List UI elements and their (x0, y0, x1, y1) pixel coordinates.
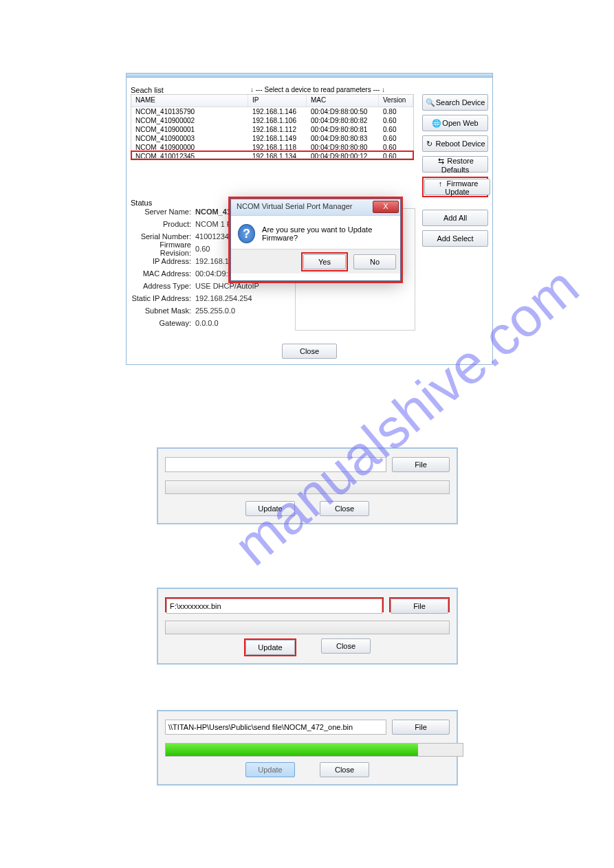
firmware-update-button[interactable]: ↑ Firmware Update (424, 179, 490, 195)
file-path-input[interactable] (166, 599, 382, 614)
subnet-label: Subnet Mask: (129, 307, 195, 315)
file-browse-button[interactable]: File (392, 457, 450, 472)
gateway-value: 0.0.0.0 (195, 319, 219, 327)
progress-bar (165, 743, 463, 757)
side-buttons: 🔍 Search Device 🌐 Open Web ↻ Reboot Devi… (422, 94, 488, 201)
file-row: File (165, 720, 450, 735)
file-path-input[interactable] (165, 457, 386, 472)
gateway-label: Gateway: (129, 319, 195, 327)
reboot-icon: ↻ (425, 140, 433, 148)
file-row: File (165, 457, 450, 472)
globe-icon: 🌐 (432, 119, 440, 128)
progress-bar (165, 621, 450, 634)
dialog-title-text: NCOM Virtual Serial Port Manager (237, 202, 353, 210)
dialog-buttons: Yes No (231, 249, 400, 274)
serial-label: Serial Number: (129, 232, 195, 241)
search-list-label: Seach list (131, 86, 164, 94)
restore-icon: ⇆ (437, 157, 445, 166)
close-button[interactable]: Close (320, 762, 369, 777)
serial-value: 410012345 (195, 232, 233, 241)
dialog-close-button[interactable]: X (373, 201, 399, 213)
subnet-value: 255.255.0.0 (195, 307, 235, 315)
file-dialog-2: File Update Close (157, 588, 458, 665)
search-device-button[interactable]: 🔍 Search Device (422, 94, 488, 111)
dialog-body: ? Are you sure you want to Update Firmwa… (231, 216, 400, 249)
table-row[interactable]: NCOM_410900003192.168.1.14900:04:D9:80:8… (131, 134, 413, 143)
file-row: File (165, 597, 450, 612)
no-button[interactable]: No (353, 254, 396, 269)
update-button[interactable]: Update (245, 762, 295, 777)
product-label: Product: (129, 220, 195, 228)
col-name: NAME (131, 95, 248, 107)
yes-highlight: Yes (301, 252, 348, 271)
window-titlebar (127, 74, 492, 78)
addrtype-label: Address Type: (129, 282, 195, 290)
col-version: Version (379, 95, 413, 107)
file-button-highlight: File (389, 597, 450, 612)
fwrev-value: 0.60 (195, 245, 210, 253)
fd-buttons: Update Close (158, 762, 457, 777)
file-browse-button[interactable]: File (391, 599, 448, 614)
col-ip: IP (248, 95, 307, 107)
reboot-device-button[interactable]: ↻ Reboot Device (422, 135, 488, 152)
update-button-highlight: Update (244, 638, 296, 656)
staticip-value: 192.168.254.254 (195, 294, 252, 302)
update-button[interactable]: Update (245, 501, 295, 516)
progress-bar (165, 480, 450, 494)
file-dialog-3: File Update Close (157, 710, 458, 786)
open-web-button[interactable]: 🌐 Open Web (422, 115, 488, 131)
confirm-dialog: NCOM Virtual Serial Port Manager X ? Are… (230, 199, 401, 281)
yes-button[interactable]: Yes (303, 254, 346, 269)
file-browse-button[interactable]: File (392, 720, 450, 735)
fwrev-label: Firmware Revision: (129, 241, 195, 257)
question-icon: ? (238, 224, 255, 243)
add-select-button[interactable]: Add Select (422, 230, 488, 247)
restore-defaults-button[interactable]: ⇆ Restore Defaults (422, 156, 488, 173)
file-dialog-1: File Update Close (157, 447, 458, 524)
dialog-title: NCOM Virtual Serial Port Manager X (231, 199, 400, 216)
update-button[interactable]: Update (245, 640, 295, 655)
add-buttons: Add All Add Select (422, 210, 488, 251)
firmware-update-highlight: ↑ Firmware Update (422, 177, 488, 197)
add-all-button[interactable]: Add All (422, 210, 488, 226)
table-row[interactable]: NCOM_410900002192.168.1.10600:04:D9:80:8… (131, 116, 413, 125)
close-button[interactable]: Close (320, 501, 369, 516)
close-button[interactable]: Close (282, 344, 337, 359)
server-name-value: NCOM_41 (195, 208, 231, 216)
fd-buttons: Update Close (158, 638, 457, 656)
search-icon: 🔍 (426, 98, 434, 107)
dialog-message: Are you sure you want to Update Firmware… (262, 225, 393, 242)
device-list[interactable]: NAME IP MAC Version NCOM_410135790192.16… (131, 94, 414, 159)
addrtype-value: USE DHCP/AutoIP (195, 282, 259, 290)
close-button[interactable]: Close (321, 638, 371, 654)
fd-buttons: Update Close (158, 501, 457, 516)
ipaddr-label: IP Address: (129, 257, 195, 265)
file-path-input[interactable] (165, 720, 386, 735)
search-hint: ↓ --- Select a device to read parameters… (250, 86, 385, 93)
file-input-highlight (165, 597, 384, 612)
table-row[interactable]: NCOM_410135790192.168.1.14600:04:D9:88:0… (131, 107, 413, 116)
up-arrow-icon: ↑ (437, 179, 445, 188)
server-name-label: Server Name: (129, 208, 195, 216)
macaddr-label: MAC Address: (129, 269, 195, 278)
staticip-label: Static IP Address: (129, 294, 195, 302)
col-mac: MAC (307, 95, 379, 107)
table-row[interactable]: NCOM_410900001192.168.1.11200:04:D9:80:8… (131, 125, 413, 134)
list-headers: NAME IP MAC Version (131, 95, 413, 107)
selected-row-highlight (131, 151, 414, 160)
close-area: Close (127, 344, 492, 359)
